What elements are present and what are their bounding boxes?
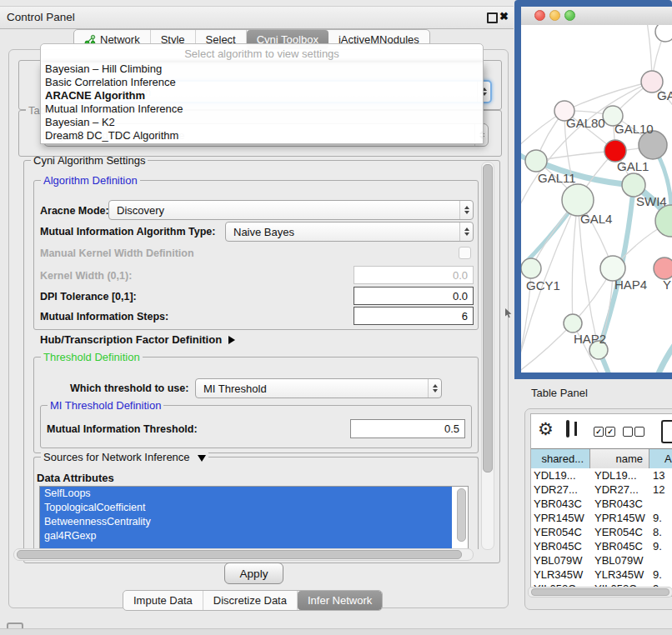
table-row[interactable]: YBL079WYBL079W xyxy=(531,553,672,568)
network-node-label-gal11: GAL11 xyxy=(538,171,576,185)
column-header-name[interactable]: name xyxy=(590,449,649,468)
algorithm-select-combo[interactable]: Select algorithm to view settings xyxy=(40,43,484,64)
settings-vertical-scrollbar-thumb[interactable] xyxy=(483,164,493,472)
network-node-gal11[interactable] xyxy=(525,150,547,172)
table-cell: YBL079W xyxy=(531,553,590,568)
algorithm-option[interactable]: Bayesian – Hill Climbing xyxy=(41,62,483,76)
table-cell: 9. xyxy=(649,568,672,582)
settings-horizontal-scrollbar-thumb[interactable] xyxy=(17,550,462,559)
hub-definition-toggle[interactable]: Hub/Transcription Factor Definition xyxy=(40,333,235,346)
algorithm-option[interactable]: Bayesian – K2 xyxy=(41,116,483,129)
network-node-hap2[interactable] xyxy=(564,314,582,332)
table-cell: YBR043C xyxy=(531,497,590,511)
close-traffic-light-icon[interactable] xyxy=(534,10,545,21)
select-all-checkbox-icon-2[interactable]: ✓ xyxy=(605,427,615,437)
algorithm-option[interactable]: Basic Correlation Inference xyxy=(41,76,483,89)
settings-horizontal-scrollbar[interactable] xyxy=(13,548,474,561)
table-cell: YDL19... xyxy=(531,468,590,482)
network-node-label-swi4: SWI4 xyxy=(636,194,667,208)
mi-type-combo[interactable]: Naive Bayes xyxy=(225,222,474,242)
gear-icon[interactable]: ⚙ xyxy=(538,419,554,439)
expand-right-icon xyxy=(228,336,235,344)
mi-type-label: Mutual Information Algorithm Type: xyxy=(40,226,215,238)
float-window-icon[interactable] xyxy=(487,12,498,23)
table-cell: YER054C xyxy=(531,525,590,539)
close-icon[interactable]: ✖ xyxy=(499,10,509,22)
dpi-tolerance-label: DPI Tolerance [0,1]: xyxy=(40,291,137,302)
network-node-green-big[interactable] xyxy=(655,205,672,237)
kernel-width-input[interactable] xyxy=(354,266,474,284)
algorithm-option[interactable]: ARACNE Algorithm xyxy=(41,89,483,102)
combo-stepper-icon xyxy=(428,379,441,398)
data-attribute-item[interactable]: TopologicalCoefficient xyxy=(40,501,452,515)
column-layout-icon[interactable] xyxy=(566,420,569,438)
network-node-gcy1[interactable] xyxy=(521,258,541,278)
tab-infer-network[interactable]: Infer Network xyxy=(298,591,382,610)
kernel-width-label: Kernel Width (0,1): xyxy=(40,270,132,282)
combo-stepper-icon xyxy=(459,222,473,241)
table-horizontal-scrollbar-thumb[interactable] xyxy=(531,588,669,596)
manual-kernel-width-checkbox[interactable] xyxy=(459,247,471,259)
deselect-checkbox-icon[interactable] xyxy=(623,427,633,437)
table-body[interactable]: YDL19...YDL19...13YDR27...YDR27...12YBR0… xyxy=(531,468,672,587)
table-cell: 9. xyxy=(649,539,672,553)
deselect-checkbox-icon-2[interactable] xyxy=(634,427,644,437)
table-function-icon[interactable] xyxy=(661,420,672,443)
settings-vertical-scrollbar[interactable] xyxy=(481,162,494,550)
mi-steps-input[interactable] xyxy=(354,307,474,325)
table-row[interactable]: YBR045CYBR045C9. xyxy=(531,539,672,553)
table-row[interactable]: YDL19...YDL19...13 xyxy=(531,468,672,482)
control-panel-titlebar: Control Panel ✖ xyxy=(0,6,514,29)
mi-threshold-label: Mutual Information Threshold: xyxy=(47,423,198,435)
select-all-checkbox-icon[interactable]: ✓ xyxy=(594,427,604,437)
column-header-shared-name[interactable]: shared... xyxy=(531,449,590,468)
network-node-label-gal10: GAL10 xyxy=(614,122,654,136)
which-threshold-combo[interactable]: MI Threshold xyxy=(195,378,442,398)
data-attributes-list[interactable]: SelfLoopsTopologicalCoefficientBetweenne… xyxy=(39,486,469,548)
data-attribute-item[interactable]: gal4RGexp xyxy=(40,529,452,543)
column-header-partial[interactable]: A xyxy=(649,449,672,468)
table-row[interactable]: YPR145WYPR145W9. xyxy=(531,511,672,525)
table-row[interactable]: YDR27...YDR27...12 xyxy=(531,482,672,497)
zoom-traffic-light-icon[interactable] xyxy=(564,10,575,21)
network-node-label-gcy1: GCY1 xyxy=(526,278,560,292)
data-attribute-item[interactable]: BetweennessCentrality xyxy=(40,515,452,529)
table-cell: 12 xyxy=(649,482,672,497)
network-edge xyxy=(572,200,578,323)
aracne-mode-combo[interactable]: Discovery xyxy=(108,200,474,220)
sources-toggle[interactable]: Sources for Network Inference xyxy=(41,451,208,463)
aracne-mode-label: Aracne Mode: xyxy=(40,205,109,217)
table-panel-title: Table Panel xyxy=(531,387,588,399)
cyni-mode-tabs: Impute Data Discretize Data Infer Networ… xyxy=(123,590,383,611)
tab-discretize-data[interactable]: Discretize Data xyxy=(203,591,298,610)
mi-threshold-input[interactable] xyxy=(350,419,465,438)
table-cell: YER054C xyxy=(590,525,649,539)
network-edge xyxy=(646,332,672,372)
list-scrollbar-thumb[interactable] xyxy=(457,488,466,542)
apply-button[interactable]: Apply xyxy=(224,562,283,584)
algorithm-option[interactable]: Dream8 DC_TDC Algorithm xyxy=(41,129,483,142)
network-window-titlebar[interactable] xyxy=(521,7,672,26)
minimize-traffic-light-icon[interactable] xyxy=(549,10,560,21)
dpi-tolerance-input[interactable] xyxy=(354,287,474,305)
data-attributes-label: Data Attributes xyxy=(37,472,114,484)
network-node-salmon[interactable] xyxy=(654,258,672,279)
table-row[interactable]: YER054CYER054C8. xyxy=(531,525,672,539)
network-node-swi4[interactable] xyxy=(622,173,645,197)
table-cell: 9. xyxy=(649,511,672,525)
data-attribute-item[interactable]: SelfLoops xyxy=(40,487,452,501)
tab-impute-data[interactable]: Impute Data xyxy=(123,591,203,610)
network-node-label-hap2: HAP2 xyxy=(574,332,606,346)
table-row[interactable]: YBR043CYBR043C xyxy=(531,497,672,511)
algorithm-option[interactable]: Mutual Information Inference xyxy=(41,102,483,116)
table-row[interactable]: YLR345WYLR345W9. xyxy=(531,568,672,582)
table-cell: YDR27... xyxy=(590,482,649,497)
network-node-label-gal-pink: GAL xyxy=(657,88,672,102)
network-edge xyxy=(521,323,573,372)
table-horizontal-scrollbar[interactable] xyxy=(528,587,672,598)
network-node-label-gal80: GAL80 xyxy=(566,116,605,130)
network-node-top-partial[interactable] xyxy=(655,25,672,42)
table-cell: YBR045C xyxy=(590,539,649,553)
network-canvas[interactable]: GALGAL80GAL10GAL1GAL11SWI4GAL4GCY1HAP4YH… xyxy=(521,25,672,372)
table-cell: YLR345W xyxy=(531,568,590,582)
